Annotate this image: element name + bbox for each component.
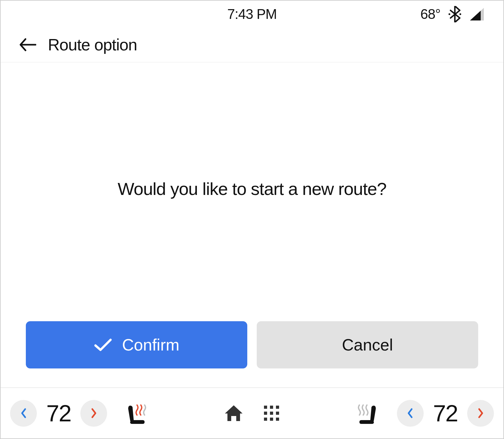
home-button[interactable] <box>224 404 244 422</box>
seat-heat-right-icon <box>354 402 380 425</box>
center-controls <box>224 404 280 422</box>
page-title: Route option <box>48 35 137 54</box>
chevron-left-icon <box>407 408 414 419</box>
home-icon <box>224 404 244 422</box>
climate-bar: 72 <box>1 388 503 438</box>
seat-heat-left-icon <box>124 402 150 425</box>
confirm-label: Confirm <box>122 335 179 354</box>
svg-rect-10 <box>276 418 279 421</box>
svg-point-0 <box>449 13 450 15</box>
status-bar: 7:43 PM 68° <box>1 1 503 27</box>
main: Would you like to start a new route? Con… <box>1 62 503 387</box>
left-seat-heat-button[interactable] <box>123 402 151 425</box>
confirm-button[interactable]: Confirm <box>26 321 247 368</box>
status-outside-temp: 68° <box>420 6 440 22</box>
svg-rect-5 <box>264 412 267 415</box>
right-temp-down-button[interactable] <box>397 400 424 427</box>
apps-button[interactable] <box>263 404 280 422</box>
left-temp: 72 <box>43 400 74 427</box>
right-temp-up-button[interactable] <box>467 400 494 427</box>
chevron-left-icon <box>20 408 27 419</box>
svg-rect-7 <box>276 412 279 415</box>
left-temp-down-button[interactable] <box>10 400 37 427</box>
bluetooth-icon <box>448 6 461 22</box>
climate-left-group: 72 <box>10 400 151 427</box>
right-seat-heat-button[interactable] <box>353 402 381 425</box>
svg-rect-4 <box>276 406 279 409</box>
header: Route option <box>1 27 503 62</box>
chevron-right-icon <box>90 408 97 419</box>
svg-point-1 <box>460 13 461 15</box>
svg-rect-3 <box>270 406 273 409</box>
svg-rect-6 <box>270 412 273 415</box>
svg-rect-9 <box>270 418 273 421</box>
signal-icon <box>469 7 484 21</box>
apps-grid-icon <box>263 404 280 422</box>
left-temp-up-button[interactable] <box>80 400 107 427</box>
arrow-left-icon <box>19 38 36 52</box>
route-prompt: Would you like to start a new route? <box>117 179 386 199</box>
cancel-button[interactable]: Cancel <box>257 321 478 368</box>
climate-right-group: 72 <box>353 400 494 427</box>
back-button[interactable] <box>18 35 37 54</box>
chevron-right-icon <box>477 408 484 419</box>
button-row: Confirm Cancel <box>26 321 478 368</box>
status-right: 68° <box>420 6 484 22</box>
cancel-label: Cancel <box>342 335 393 354</box>
status-time: 7:43 PM <box>227 6 277 22</box>
check-icon <box>94 337 112 352</box>
svg-rect-2 <box>264 406 267 409</box>
svg-rect-8 <box>264 418 267 421</box>
right-temp: 72 <box>430 400 461 427</box>
